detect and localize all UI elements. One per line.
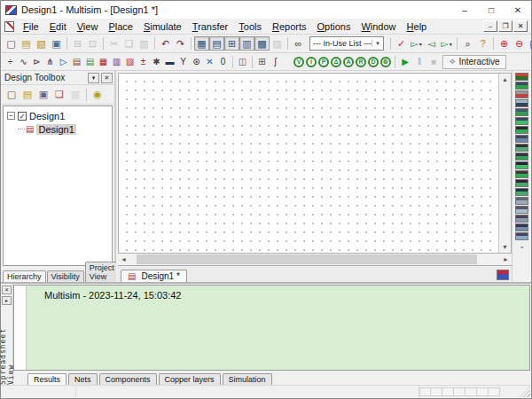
place-misc-digital-button[interactable]: ▦ [97, 55, 110, 69]
tree-node-design-sheet[interactable]: ▤ Design1 [5, 122, 110, 136]
breadboard-view-icon[interactable] [497, 270, 509, 280]
zoom-area-button[interactable]: ◱ [527, 36, 532, 51]
tektronix-oscilloscope-button[interactable] [515, 223, 528, 231]
current-probe-button[interactable]: I [306, 57, 317, 67]
four-channel-oscilloscope-button[interactable] [515, 108, 528, 116]
frequency-counter-button[interactable] [515, 126, 528, 134]
mdi-restore-button[interactable]: ❐ [498, 20, 512, 32]
interactive-analyses-button[interactable]: ✧ Interactive [442, 55, 506, 69]
menu-item[interactable]: Window [356, 20, 401, 33]
network-analyzer-button[interactable] [515, 188, 528, 196]
place-diode-button[interactable]: ⊳ [30, 55, 43, 69]
dropdown-arrow-icon[interactable]: ▾ [450, 41, 452, 47]
document-icon[interactable] [4, 21, 14, 32]
menu-item[interactable]: Place [103, 20, 138, 33]
schematic-canvas[interactable] [119, 74, 499, 253]
place-basic-button[interactable]: ∿ [17, 55, 30, 69]
transfer-to-ultiboard-button[interactable]: ▻▾ [439, 36, 454, 51]
open-button[interactable]: ▤ [19, 36, 34, 51]
place-analog-button[interactable]: ▷ [57, 55, 70, 69]
place-electromechanical-button[interactable]: ⊛ [190, 55, 203, 69]
in-use-list-combo[interactable]: --- In-Use List --- ▾ [309, 36, 384, 51]
maximize-button[interactable]: □ [478, 1, 505, 19]
scroll-down-icon[interactable]: ▼ [499, 241, 511, 253]
vertical-scrollbar[interactable]: ▲ ▼ [499, 74, 511, 253]
place-rf-button[interactable]: Y [176, 55, 190, 69]
tree-node-design-root[interactable]: − ✓ Design1 [5, 109, 110, 122]
place-bus-button[interactable]: ʃ [269, 55, 282, 69]
toggle-breadboard-button[interactable]: ▨ [270, 36, 285, 51]
place-ttl-button[interactable]: ▤ [70, 55, 83, 69]
spreadsheet-close-button[interactable]: ✕ [2, 286, 12, 294]
scrollbar-thumb[interactable] [137, 254, 477, 264]
find-button[interactable]: ⌕ [460, 36, 475, 51]
logic-analyzer-button[interactable] [515, 153, 528, 160]
spectrum-analyzer-button[interactable] [515, 179, 528, 187]
close-design-button[interactable]: ❏ [51, 88, 67, 102]
multimeter-button[interactable] [515, 73, 528, 81]
logic-converter-button[interactable] [515, 144, 528, 152]
cut-button[interactable]: ✂ [106, 36, 121, 51]
pause-simulation-button[interactable]: ‖ [412, 55, 426, 68]
checkbox-icon[interactable]: ✓ [18, 112, 27, 121]
run-simulation-button[interactable]: ▶ [398, 55, 412, 68]
paste-button[interactable]: ▥ [137, 36, 152, 51]
toolbox-close-button[interactable]: ✕ [101, 73, 113, 83]
new-button[interactable]: ▢ [4, 36, 19, 51]
place-source-button[interactable]: ÷ [4, 55, 17, 69]
place-misc-button[interactable]: ✱ [150, 55, 163, 69]
menu-item[interactable]: File [18, 20, 44, 33]
minimize-button[interactable]: – [451, 1, 478, 19]
place-ni-component-button[interactable]: ✕ [203, 55, 216, 69]
place-power-button[interactable]: ± [137, 55, 150, 69]
word-generator-button[interactable] [515, 135, 528, 143]
place-cmos-button[interactable]: ▤ [83, 55, 97, 69]
forward-annotate-button[interactable]: ▻▾ [409, 36, 424, 51]
oscilloscope-button[interactable] [515, 99, 528, 107]
erc-button[interactable]: ✓ [394, 36, 409, 51]
save-all-button[interactable]: ▥ [67, 88, 83, 102]
design-options-button[interactable]: ◉ [90, 88, 106, 102]
zoom-out-button[interactable]: ⊖ [512, 36, 527, 51]
horizontal-scrollbar[interactable]: ◄ ► [118, 254, 512, 265]
combo-dropdown-icon[interactable]: ▾ [372, 40, 383, 47]
menu-item[interactable]: View [72, 20, 104, 33]
toggle-description-box-button[interactable]: ▩ [254, 36, 270, 51]
menu-item[interactable]: Options [312, 20, 356, 33]
undo-button[interactable]: ↶ [158, 36, 173, 51]
place-advanced-peripherals-button[interactable]: ▬ [163, 55, 176, 69]
zoom-in-button[interactable]: ⊕ [497, 36, 512, 51]
open-sample-button[interactable]: ▧ [34, 36, 49, 51]
iv-analyzer-button[interactable] [515, 161, 528, 169]
place-connector-button[interactable]: 0 [216, 55, 230, 69]
toggle-design-toolbox-button[interactable]: ▦ [194, 36, 209, 51]
differential-voltage-probe-button[interactable]: Δ [331, 57, 341, 67]
voltage-current-probe-button[interactable]: A [343, 57, 354, 67]
wattmeter-button[interactable] [515, 90, 528, 98]
toggle-grapher-button[interactable]: ▥ [239, 36, 254, 51]
place-transistor-button[interactable]: ⋔ [43, 55, 57, 69]
collapse-icon[interactable]: − [7, 112, 15, 120]
toggle-spice-netlist-viewer-button[interactable]: ⊞ [224, 36, 239, 51]
hierarchical-block-button[interactable]: ⊞ [255, 55, 269, 69]
print-preview-button[interactable]: ⊡ [85, 36, 100, 51]
place-mcu-button[interactable]: ◫ [236, 55, 249, 69]
open-design-button[interactable]: ▤ [20, 88, 35, 102]
function-generator-button[interactable] [515, 82, 528, 90]
distortion-analyzer-button[interactable] [515, 170, 528, 178]
dropdown-arrow-icon[interactable]: ▾ [419, 41, 422, 47]
redo-button[interactable]: ↷ [173, 36, 188, 51]
bode-plotter-button[interactable] [515, 117, 528, 125]
menu-item[interactable]: Tools [233, 20, 267, 33]
new-design-button[interactable]: ▢ [4, 88, 20, 102]
stop-simulation-button[interactable]: ■ [426, 55, 441, 68]
agilent-multimeter-button[interactable] [515, 206, 528, 214]
scroll-right-icon[interactable]: ► [500, 256, 512, 262]
instruments-overflow-chevron[interactable]: ⌄ [519, 242, 525, 250]
mdi-close-button[interactable]: ✕ [513, 20, 528, 32]
toolbox-autohide-button[interactable]: ▾ [88, 73, 99, 83]
reference-probe-button[interactable]: R [356, 57, 366, 67]
copy-button[interactable]: ❏ [121, 36, 137, 51]
toggle-spreadsheet-view-button[interactable]: ▤ [209, 36, 224, 51]
menu-item[interactable]: Transfer [187, 20, 234, 33]
